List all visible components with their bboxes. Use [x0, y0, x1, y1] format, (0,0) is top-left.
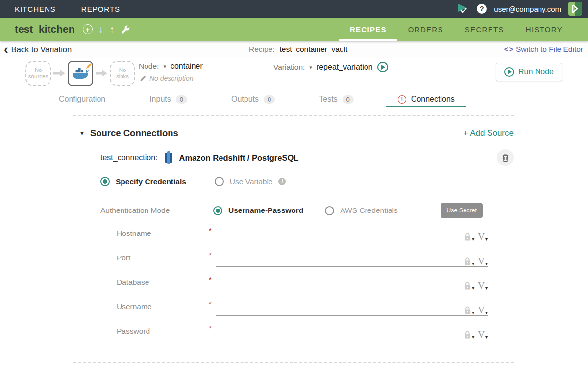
delete-connection-button[interactable] — [497, 149, 514, 166]
variable-dropdown[interactable]: V ▾ — [478, 331, 488, 339]
variable-dropdown[interactable]: V ▾ — [478, 306, 488, 314]
variation-dropdown-caret-icon[interactable]: ▾ — [309, 64, 312, 70]
lock-icon — [464, 233, 472, 241]
field-label: Port — [100, 254, 209, 267]
field-underline: ▾ V ▾ — [216, 325, 488, 340]
lock-icon — [464, 257, 472, 265]
run-variation-play-icon[interactable] — [377, 62, 388, 72]
field-label: Database — [100, 278, 209, 291]
tab-configuration[interactable]: Configuration — [59, 92, 105, 107]
kitchen-tabs: RECIPES ORDERS SECRETS HISTORY — [339, 18, 573, 41]
field-label: Username — [100, 303, 209, 316]
inner-dashed-divider — [100, 195, 488, 195]
variation-label: Variation: — [273, 63, 305, 71]
tab-outputs[interactable]: Outputs 0 — [231, 92, 275, 107]
recipe-label: Recipe: — [249, 45, 275, 54]
radio-use-variable[interactable]: Use Variable i — [215, 177, 286, 186]
chevron-left-icon: ‹ — [4, 45, 8, 54]
merge-down-arrow-icon[interactable]: ↓ — [99, 25, 104, 34]
lock-dropdown[interactable]: ▾ — [464, 257, 472, 265]
redshift-database-icon — [164, 151, 173, 164]
username-input[interactable] — [216, 303, 464, 314]
kitchen-settings-wrench-icon[interactable] — [121, 25, 130, 34]
tab-secrets[interactable]: SECRETS — [454, 18, 515, 41]
variable-dropdown[interactable]: V ▾ — [478, 257, 488, 265]
node-meta: Node: ▾ container No description — [139, 62, 203, 82]
variable-dropdown[interactable]: V ▾ — [478, 233, 488, 241]
database-field-row: Database * ▾ V ▾ — [100, 267, 488, 291]
radio-unselected-icon — [215, 177, 224, 186]
tab-connections[interactable]: ! Connections — [398, 92, 455, 107]
radio-selected-icon — [213, 206, 222, 215]
inputs-count-badge: 0 — [176, 95, 187, 104]
radio-specify-credentials[interactable]: Specify Credentials — [100, 177, 186, 186]
tab-history[interactable]: HISTORY — [515, 18, 573, 41]
node-description-placeholder[interactable]: No description — [149, 74, 194, 82]
lock-dropdown[interactable]: ▾ — [464, 282, 472, 290]
field-underline: ▾ V ▾ — [216, 227, 488, 242]
flow-arrow-icon — [96, 70, 107, 77]
node-tabs: Configuration Inputs 0 Outputs 0 Tests 0… — [15, 92, 563, 107]
no-sinks-node[interactable]: No sinks — [110, 61, 135, 86]
lock-dropdown[interactable]: ▾ — [464, 233, 472, 241]
tab-orders[interactable]: ORDERS — [397, 18, 454, 41]
field-label: Password — [100, 327, 209, 340]
variable-dropdown[interactable]: V ▾ — [478, 282, 488, 290]
outputs-count-badge: 0 — [264, 95, 275, 104]
switch-to-file-editor-link[interactable]: < > Switch to File Editor — [504, 45, 583, 54]
radio-username-password[interactable]: Username-Password — [213, 206, 303, 215]
hostname-input[interactable] — [216, 229, 464, 241]
lock-icon — [464, 282, 472, 290]
add-source-button[interactable]: + Add Source — [463, 128, 514, 138]
collapse-caret-icon[interactable]: ▼ — [79, 130, 85, 136]
database-input[interactable] — [216, 278, 464, 290]
required-asterisk: * — [209, 324, 216, 340]
warning-icon: ! — [398, 95, 406, 104]
variable-icon: V — [478, 257, 485, 265]
auth-mode-label: Authentication Mode — [100, 206, 213, 215]
merge-up-arrow-icon[interactable]: ↑ — [110, 25, 115, 34]
username-field-row: Username * ▾ V ▾ — [100, 291, 488, 316]
help-icon[interactable]: ? — [477, 4, 487, 14]
edit-node-pencil-icon[interactable] — [86, 62, 92, 71]
radio-unselected-icon — [325, 206, 334, 215]
tab-inputs[interactable]: Inputs 0 — [149, 92, 187, 107]
radio-aws-credentials[interactable]: AWS Credentials — [325, 206, 397, 215]
field-label: Hostname — [100, 229, 209, 242]
use-secret-button[interactable]: Use Secret — [441, 203, 483, 218]
node-select[interactable]: container — [171, 62, 203, 70]
run-node-button[interactable]: Run Node — [496, 63, 562, 81]
password-input[interactable] — [216, 327, 464, 339]
field-underline: ▾ V ▾ — [216, 251, 488, 267]
create-kitchen-icon[interactable]: + — [83, 24, 93, 34]
dashed-divider — [74, 115, 514, 116]
nav-reports[interactable]: REPORTS — [81, 5, 120, 13]
lock-dropdown[interactable]: ▾ — [464, 306, 472, 314]
port-input[interactable] — [216, 254, 464, 265]
order-run-status-icon[interactable] — [457, 3, 469, 14]
variable-icon: V — [478, 331, 485, 339]
lock-dropdown[interactable]: ▾ — [464, 331, 472, 339]
variation-meta: Variation: ▾ repeat_variation — [273, 62, 388, 72]
top-nav: KITCHENS REPORTS ? user@company.com — [0, 0, 588, 18]
nav-kitchens[interactable]: KITCHENS — [15, 5, 56, 13]
no-sources-node[interactable]: No sources — [25, 61, 51, 86]
datakitchen-logo-icon — [568, 2, 582, 16]
authentication-mode-row: Authentication Mode Username-Password AW… — [100, 203, 514, 218]
tests-count-badge: 0 — [343, 95, 354, 104]
code-brackets-icon: < > — [504, 46, 513, 53]
hostname-field-row: Hostname * ▾ V ▾ — [100, 218, 488, 242]
user-email[interactable]: user@company.com — [494, 5, 561, 13]
tab-tests[interactable]: Tests 0 — [319, 92, 354, 107]
port-field-row: Port * ▾ V ▾ — [100, 242, 488, 267]
variable-icon: V — [478, 306, 485, 314]
edit-description-pencil-icon[interactable] — [140, 75, 146, 82]
connection-name: test_connection: — [100, 153, 158, 162]
variation-select[interactable]: repeat_variation — [317, 63, 373, 71]
connection-block: test_connection: Amazon Redshift / Postg… — [100, 149, 514, 340]
node-dropdown-caret-icon[interactable]: ▾ — [163, 63, 166, 70]
connection-title-row: test_connection: Amazon Redshift / Postg… — [100, 149, 514, 166]
container-node[interactable] — [68, 61, 93, 86]
back-to-variation-link[interactable]: ‹ Back to Variation — [4, 45, 72, 54]
tab-recipes[interactable]: RECIPES — [339, 18, 397, 41]
